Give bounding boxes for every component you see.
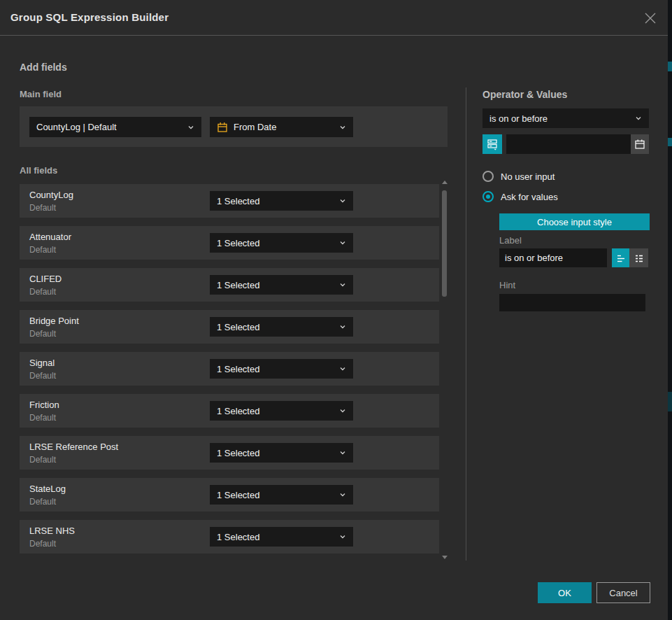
field-selected-dropdown[interactable]: 1 Selected: [210, 191, 353, 211]
label-caption: Label: [499, 235, 522, 246]
choose-input-style-button[interactable]: Choose input style: [499, 213, 650, 230]
value-calendar-button[interactable]: [631, 134, 649, 154]
close-icon[interactable]: [643, 10, 658, 26]
value-input[interactable]: [506, 134, 631, 154]
main-field-panel: CountyLog | Default From Date: [20, 106, 448, 147]
field-subtitle: Default: [29, 413, 56, 423]
hint-input[interactable]: [499, 294, 645, 311]
operator-dropdown[interactable]: is on or before: [482, 108, 649, 128]
field-selected-dropdown[interactable]: 1 Selected: [210, 317, 353, 337]
background-accent: [668, 138, 672, 146]
group-sql-expression-builder-dialog: Group SQL Expression Builder Add fields …: [0, 0, 668, 620]
field-subtitle: Default: [29, 539, 56, 549]
field-name: CLIFED: [29, 274, 62, 284]
field-name: Bridge Point: [29, 316, 79, 326]
field-selected-dropdown-label: 1 Selected: [217, 406, 335, 416]
field-subtitle: Default: [29, 455, 56, 465]
field-selected-dropdown[interactable]: 1 Selected: [210, 527, 353, 547]
chevron-down-icon: [339, 365, 346, 372]
field-name: LRSE Reference Post: [29, 442, 118, 452]
background-accent: [668, 62, 672, 71]
chevron-down-icon: [339, 323, 346, 330]
field-row: StateLog Default 1 Selected: [20, 478, 439, 512]
field-subtitle: Default: [29, 497, 56, 507]
field-selected-dropdown-label: 1 Selected: [217, 196, 335, 206]
field-subtitle: Default: [29, 203, 56, 213]
list-scrollbar[interactable]: [441, 179, 449, 561]
field-subtitle: Default: [29, 287, 56, 297]
dialog-header: Group SQL Expression Builder: [0, 0, 668, 36]
scrollbar-thumb[interactable]: [442, 190, 447, 297]
field-selected-dropdown-label: 1 Selected: [217, 322, 335, 332]
background-accent: [668, 392, 672, 411]
vertical-divider: [466, 87, 466, 561]
chevron-down-icon: [187, 124, 194, 131]
field-name: LRSE NHS: [29, 526, 75, 536]
field-subtitle: Default: [29, 329, 56, 339]
field-row: Attenuator Default 1 Selected: [20, 226, 439, 260]
main-field-heading: Main field: [20, 89, 62, 99]
chevron-down-icon: [339, 449, 346, 456]
radio-ask-for-values-label: Ask for values: [501, 192, 558, 202]
all-fields-list: CountyLog Default 1 Selected Attenuator …: [20, 184, 439, 554]
field-row: Bridge Point Default 1 Selected: [20, 310, 439, 344]
chevron-down-icon: [339, 124, 346, 131]
field-selected-dropdown[interactable]: 1 Selected: [210, 275, 353, 295]
operator-values-heading: Operator & Values: [482, 89, 567, 100]
background-app-sliver: [668, 0, 672, 620]
single-line-style-button[interactable]: [612, 248, 629, 267]
chevron-down-icon: [339, 239, 346, 246]
field-selected-dropdown[interactable]: 1 Selected: [210, 443, 353, 463]
scrollbar-down-arrow-icon[interactable]: [442, 556, 448, 559]
main-field-dataset-dropdown[interactable]: CountyLog | Default: [29, 117, 201, 137]
field-name: StateLog: [29, 484, 66, 494]
field-row: LRSE Reference Post Default 1 Selected: [20, 436, 439, 470]
align-left-icon: [615, 253, 627, 264]
field-row: CLIFED Default 1 Selected: [20, 268, 439, 302]
main-field-field-dropdown-label: From Date: [234, 122, 335, 132]
radio-no-user-input[interactable]: No user input: [482, 171, 555, 182]
field-selected-dropdown-label: 1 Selected: [217, 448, 335, 458]
field-name: Signal: [29, 358, 55, 368]
field-selected-dropdown[interactable]: 1 Selected: [210, 485, 353, 505]
field-selected-dropdown[interactable]: 1 Selected: [210, 233, 353, 253]
stacked-inputs-icon: [486, 138, 499, 150]
list-style-button[interactable]: [629, 248, 648, 267]
label-input[interactable]: [499, 248, 607, 267]
radio-circle-icon: [482, 171, 494, 182]
field-selected-dropdown-label: 1 Selected: [217, 364, 335, 374]
field-name: Attenuator: [29, 232, 71, 242]
chevron-down-icon: [339, 281, 346, 288]
calendar-icon: [634, 139, 645, 150]
value-input-type-button[interactable]: [482, 134, 502, 154]
main-field-field-dropdown[interactable]: From Date: [210, 117, 353, 137]
dialog-title: Group SQL Expression Builder: [10, 11, 169, 23]
field-row: Friction Default 1 Selected: [20, 394, 439, 428]
field-selected-dropdown[interactable]: 1 Selected: [210, 359, 353, 379]
field-row: LRSE NHS Default 1 Selected: [20, 520, 439, 554]
scrollbar-up-arrow-icon[interactable]: [442, 181, 448, 184]
radio-no-user-input-label: No user input: [501, 171, 555, 182]
chevron-down-icon: [339, 491, 346, 498]
main-field-dataset-dropdown-label: CountyLog | Default: [36, 122, 183, 132]
list-icon: [634, 253, 645, 264]
field-selected-dropdown[interactable]: 1 Selected: [210, 401, 353, 421]
field-row: Signal Default 1 Selected: [20, 352, 439, 386]
radio-ask-for-values[interactable]: Ask for values: [482, 191, 558, 202]
ok-button[interactable]: OK: [538, 582, 592, 603]
field-selected-dropdown-label: 1 Selected: [217, 490, 335, 500]
chevron-down-icon: [339, 197, 346, 204]
field-selected-dropdown-label: 1 Selected: [217, 280, 335, 290]
calendar-icon: [217, 122, 228, 133]
all-fields-heading: All fields: [20, 165, 57, 176]
field-selected-dropdown-label: 1 Selected: [217, 238, 335, 248]
field-name: CountyLog: [29, 190, 73, 200]
operator-dropdown-label: is on or before: [489, 113, 631, 124]
field-subtitle: Default: [29, 371, 56, 381]
chevron-down-icon: [339, 533, 346, 540]
add-fields-heading: Add fields: [20, 62, 67, 73]
cancel-button[interactable]: Cancel: [596, 582, 650, 603]
radio-selected-icon: [482, 191, 494, 202]
field-row: CountyLog Default 1 Selected: [20, 184, 439, 218]
chevron-down-icon: [339, 407, 346, 414]
